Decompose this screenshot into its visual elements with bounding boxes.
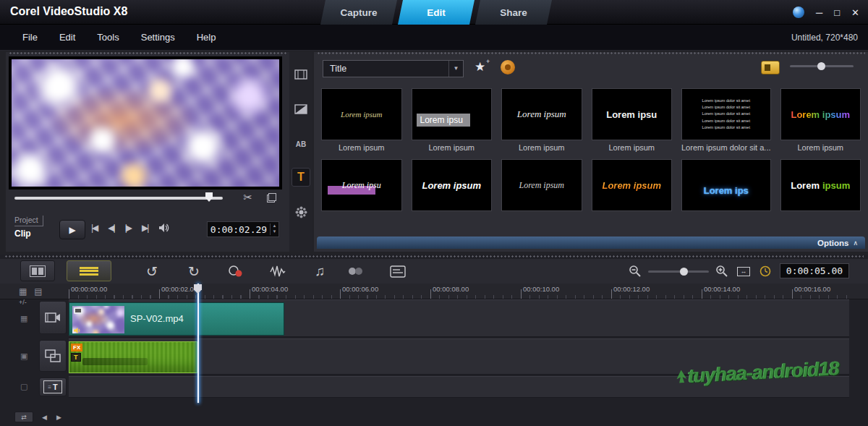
timeline-view-button[interactable] — [67, 260, 111, 281]
timeline-icon — [80, 265, 98, 277]
split-clip-icon[interactable]: ✂ — [243, 191, 252, 204]
storyboard-view-button[interactable] — [20, 260, 55, 281]
preview-timecode[interactable]: 0:00:02.29 ▲ ▼ — [207, 221, 279, 237]
gallery-filter-dropdown[interactable]: Title ▼ — [323, 60, 464, 77]
video-clip-segment-b[interactable] — [197, 302, 284, 336]
add-to-favorites-icon[interactable]: ★ — [475, 59, 485, 74]
timeline-timecode-value: 0:00:05.00 — [786, 265, 843, 276]
template-preview-text: Lorem ipsum — [791, 109, 850, 120]
timeline-ruler[interactable]: ▦ ▤ 00:00:00.00 00:00:02.00 00:00:04.00 … — [0, 284, 868, 299]
overlay-track-button[interactable] — [39, 340, 67, 372]
scrub-bar[interactable] — [14, 197, 223, 200]
thumbnail-size-slider-thumb[interactable] — [817, 62, 825, 70]
corel-connect-icon[interactable] — [793, 7, 804, 18]
ruler-ticks[interactable]: 00:00:00.00 00:00:02.00 00:00:04.00 00:0… — [69, 284, 849, 299]
overlay-track-rail-icon[interactable]: ▣ — [20, 352, 27, 361]
maximize-button[interactable]: □ — [834, 8, 840, 17]
title-template-8[interactable]: Lorem ipsum — [412, 159, 493, 211]
title-track-button[interactable]: ≡T — [39, 378, 67, 396]
subtitle-ab-button[interactable]: AB — [292, 135, 310, 153]
zoom-out-icon[interactable] — [625, 261, 645, 281]
title-template-2[interactable]: Lorem ipsu Lorem ipsum — [412, 88, 493, 153]
tab-share[interactable]: Share — [475, 0, 552, 25]
scrub-thumb[interactable] — [205, 192, 213, 202]
video-track-lane[interactable]: SP-V02.mp4 — [69, 299, 849, 337]
title-template-7[interactable]: Lorem ipsu — [321, 159, 402, 211]
fit-project-icon[interactable]: ↔ — [733, 261, 754, 281]
template-preview-text: Lorem ipsum — [519, 180, 564, 191]
video-track-rail-icon[interactable]: ▦ — [20, 314, 27, 323]
playhead-line[interactable] — [197, 284, 199, 403]
thumbnail-size-slider[interactable] — [790, 65, 854, 67]
sound-mixer-icon[interactable] — [268, 261, 288, 281]
title-button[interactable]: T — [292, 168, 310, 187]
transition-button[interactable] — [292, 100, 310, 119]
auto-music-icon[interactable]: ♫ — [310, 261, 330, 281]
timecode-spinners[interactable]: ▲ ▼ — [270, 223, 278, 235]
title-template-10[interactable]: Lorem ipsum — [592, 159, 673, 211]
title-template-12[interactable]: Lorem ipsum — [780, 159, 861, 211]
media-library-button[interactable] — [292, 65, 310, 84]
redo-icon[interactable]: ↻ — [184, 261, 204, 281]
ab-icon: AB — [296, 140, 306, 148]
video-clip[interactable]: SP-V02.mp4 — [69, 302, 284, 336]
title-template-5[interactable]: Lorem ipsum dolor sit amet Lorem ipsum d… — [681, 88, 771, 153]
title-track-rail-icon[interactable]: ▢ — [20, 382, 27, 391]
library-panel-toggle-button[interactable] — [761, 61, 780, 74]
zoom-in-icon[interactable] — [712, 261, 732, 281]
timeline-zoom-slider-thumb[interactable] — [680, 268, 688, 276]
add-remove-track-button[interactable]: +/- — [19, 299, 27, 306]
title-template-6[interactable]: Lorem ipsum Lorem ipsum — [780, 88, 861, 153]
single-track-view-icon[interactable]: ▤ — [34, 286, 42, 297]
green-title-clip[interactable]: FX T — [69, 341, 197, 373]
title-template-11[interactable]: Lorem ips — [681, 159, 771, 211]
menu-tools[interactable]: Tools — [86, 25, 129, 51]
window-controls: ─ □ ✕ — [793, 0, 859, 25]
menu-settings[interactable]: Settings — [130, 25, 186, 51]
scroll-right-icon[interactable]: ▶ — [56, 414, 61, 421]
scroll-left-icon[interactable]: ◀ — [42, 414, 47, 421]
menu-help[interactable]: Help — [186, 25, 227, 51]
options-bar[interactable]: Options ∧ — [317, 237, 865, 249]
minimize-button[interactable]: ─ — [816, 8, 822, 17]
title-template-9[interactable]: Lorem ipsum — [501, 159, 582, 211]
title-template-4[interactable]: Lorem ipsu Lorem ipsum — [592, 88, 673, 153]
previous-frame-icon[interactable]: ◀| — [108, 223, 114, 233]
mode-project-label[interactable]: Project — [14, 216, 43, 226]
undo-icon[interactable]: ↺ — [142, 261, 162, 281]
next-frame-icon[interactable]: |▶ — [125, 223, 131, 233]
timeline-drag-handle[interactable] — [4, 255, 864, 257]
menu-file[interactable]: File — [12, 25, 48, 51]
title-template-1[interactable]: Lorem ipsum Lorem ipsum — [321, 88, 402, 153]
play-button[interactable]: ▶ — [59, 220, 85, 239]
record-capture-icon[interactable] — [226, 261, 246, 281]
mode-clip-label[interactable]: Clip — [14, 229, 43, 239]
tab-edit[interactable]: Edit — [398, 0, 475, 25]
all-tracks-view-icon[interactable]: ▦ — [19, 286, 27, 297]
home-icon[interactable]: |◀ — [91, 223, 97, 233]
video-clip-segment-a[interactable]: SP-V02.mp4 — [69, 302, 197, 336]
panel-drag-handle[interactable] — [9, 52, 286, 54]
ruler-label: 00:00:16.00 — [794, 285, 830, 293]
close-button[interactable]: ✕ — [851, 8, 859, 17]
panel-drag-handle[interactable] — [317, 52, 865, 54]
film-reel-icon[interactable] — [501, 60, 515, 74]
end-icon[interactable]: ▶| — [142, 223, 148, 233]
timeline-toolbar: ↺ ↻ ♫ ↔ — [0, 259, 868, 284]
graphic-button[interactable] — [292, 203, 310, 221]
subtitle-editor-icon[interactable] — [388, 261, 408, 281]
timeline-timecode[interactable]: 0:00:05.00 — [780, 263, 849, 278]
motion-tracking-icon[interactable] — [346, 261, 366, 281]
tab-capture[interactable]: Capture — [320, 0, 397, 25]
volume-icon[interactable] — [158, 223, 170, 233]
timeline-bottom-bar: ⇄ ◀ ▶ — [0, 409, 868, 426]
video-track-button[interactable] — [39, 301, 67, 334]
pan-timeline-button[interactable]: ⇄ — [14, 412, 33, 422]
title-template-3[interactable]: Lorem ipsum Lorem ipsum — [501, 88, 582, 153]
menu-edit[interactable]: Edit — [48, 25, 86, 51]
enlarge-preview-icon[interactable] — [267, 193, 276, 203]
spin-up-icon[interactable]: ▲ — [273, 223, 277, 229]
clock-icon[interactable] — [755, 261, 775, 281]
spin-down-icon[interactable]: ▼ — [273, 229, 277, 235]
timeline-zoom-slider[interactable] — [648, 270, 709, 273]
